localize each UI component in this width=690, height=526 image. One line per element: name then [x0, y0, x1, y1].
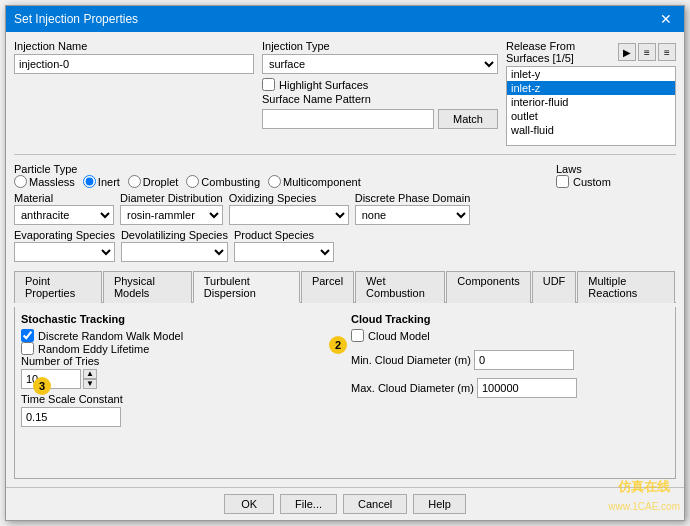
injection-type-select[interactable]: surface single: [262, 54, 498, 74]
num-tries-section: Number of Tries 10 ▲ ▼ 3: [21, 355, 339, 389]
min-diameter-section: Min. Cloud Diameter (m) 0: [351, 348, 669, 370]
num-tries-input[interactable]: 10: [21, 369, 81, 389]
file-button[interactable]: File...: [280, 494, 337, 514]
evaporating-label: Evaporating Species: [14, 229, 115, 241]
num-tries-down-btn[interactable]: ▼: [83, 379, 97, 389]
stochastic-block: Stochastic Tracking Discrete Random Walk…: [21, 313, 339, 427]
cloud-title: Cloud Tracking: [351, 313, 669, 325]
particle-type-inert: Inert: [83, 175, 120, 188]
particle-laws-row: Particle Type Massless Inert Droplet: [14, 163, 676, 188]
product-select[interactable]: [234, 242, 334, 262]
product-block: Product Species: [234, 229, 334, 262]
max-diameter-input[interactable]: 100000: [477, 378, 577, 398]
badge-2: 2: [329, 336, 347, 354]
droplet-label: Droplet: [143, 176, 178, 188]
oxidizing-label: Oxidizing Species: [229, 192, 349, 204]
tab-inner: Stochastic Tracking Discrete Random Walk…: [21, 313, 669, 427]
random-eddy-label: Random Eddy Lifetime: [38, 343, 149, 355]
particle-type-label: Particle Type: [14, 163, 77, 175]
set-injection-properties-dialog: Set Injection Properties ✕ Injection Nam…: [5, 5, 685, 521]
highlight-surfaces-label: Highlight Surfaces: [279, 79, 368, 91]
top-section: Injection Name injection-0 Injection Typ…: [14, 40, 676, 146]
highlight-surfaces-checkbox[interactable]: [262, 78, 275, 91]
diameter-dist-select[interactable]: rosin-rammler: [120, 205, 223, 225]
surface-name-row: Match: [262, 109, 498, 129]
particle-type-combusting: Combusting: [186, 175, 260, 188]
surface-name-pattern-label: Surface Name Pattern: [262, 93, 498, 105]
min-diameter-input[interactable]: 0: [474, 350, 574, 370]
material-label: Material: [14, 192, 114, 204]
injection-type-label: Injection Type: [262, 40, 498, 52]
release-surfaces-listbox[interactable]: inlet-y inlet-z interior-fluid outlet wa…: [506, 66, 676, 146]
tab-bar: Point Properties Physical Models Turbule…: [14, 270, 676, 303]
tab-turbulent-dispersion[interactable]: Turbulent Dispersion: [193, 271, 300, 303]
cloud-model-checkbox[interactable]: [351, 329, 364, 342]
evaporating-select[interactable]: [14, 242, 115, 262]
product-label: Product Species: [234, 229, 334, 241]
time-scale-input[interactable]: 0.15: [21, 407, 121, 427]
custom-laws-label: Custom: [573, 176, 611, 188]
material-row: Material anthracite Diameter Distributio…: [14, 192, 676, 225]
droplet-radio[interactable]: [128, 175, 141, 188]
release-icon-btn-3[interactable]: ≡: [658, 43, 676, 61]
laws-block: Laws Custom: [556, 163, 676, 188]
list-item[interactable]: interior-fluid: [507, 95, 675, 109]
tab-physical-models[interactable]: Physical Models: [103, 271, 192, 303]
tab-udf[interactable]: UDF: [532, 271, 577, 303]
material-select[interactable]: anthracite: [14, 205, 114, 225]
massless-label: Massless: [29, 176, 75, 188]
tab-parcel[interactable]: Parcel: [301, 271, 354, 303]
time-scale-row: 0.15: [21, 407, 339, 427]
release-block: Release From Surfaces [1/5] ▶ ≡ ≡ inlet-…: [506, 40, 676, 146]
oxidizing-select[interactable]: [229, 205, 349, 225]
discrete-phase-select[interactable]: none: [355, 205, 471, 225]
oxidizing-block: Oxidizing Species: [229, 192, 349, 225]
custom-laws-checkbox[interactable]: [556, 175, 569, 188]
tab-multiple-reactions[interactable]: Multiple Reactions: [577, 271, 675, 303]
combusting-label: Combusting: [201, 176, 260, 188]
particle-type-block: Particle Type Massless Inert Droplet: [14, 163, 548, 188]
diameter-dist-block: Diameter Distribution rosin-rammler: [120, 192, 223, 225]
num-tries-up-btn[interactable]: ▲: [83, 369, 97, 379]
list-item[interactable]: inlet-y: [507, 67, 675, 81]
dialog-title: Set Injection Properties: [14, 12, 138, 26]
tab-wet-combustion[interactable]: Wet Combustion: [355, 271, 445, 303]
list-item[interactable]: outlet: [507, 109, 675, 123]
combusting-radio[interactable]: [186, 175, 199, 188]
release-label: Release From Surfaces [1/5]: [506, 40, 616, 64]
particle-type-droplet: Droplet: [128, 175, 178, 188]
random-eddy-checkbox[interactable]: [21, 342, 34, 355]
injection-name-input[interactable]: injection-0: [14, 54, 254, 74]
devolat-select[interactable]: [121, 242, 228, 262]
release-icon-btn-2[interactable]: ≡: [638, 43, 656, 61]
match-button[interactable]: Match: [438, 109, 498, 129]
multicomponent-label: Multicomponent: [283, 176, 361, 188]
injection-name-block: Injection Name injection-0: [14, 40, 254, 146]
release-icon-btn-1[interactable]: ▶: [618, 43, 636, 61]
help-button[interactable]: Help: [413, 494, 466, 514]
ok-button[interactable]: OK: [224, 494, 274, 514]
list-item[interactable]: inlet-z: [507, 81, 675, 95]
random-eddy-row: Random Eddy Lifetime 2: [21, 342, 339, 355]
evap-devolat-row: Evaporating Species Devolatilizing Speci…: [14, 229, 676, 262]
multicomponent-radio[interactable]: [268, 175, 281, 188]
max-diameter-section: Max. Cloud Diameter (m) 100000: [351, 376, 669, 398]
time-scale-section: Time Scale Constant 0.15: [21, 393, 339, 427]
separator-1: [14, 154, 676, 155]
surface-name-input[interactable]: [262, 109, 434, 129]
massless-radio[interactable]: [14, 175, 27, 188]
inert-radio[interactable]: [83, 175, 96, 188]
stochastic-title: Stochastic Tracking: [21, 313, 339, 325]
badge-3: 3: [33, 377, 51, 395]
dialog-body: Injection Name injection-0 Injection Typ…: [6, 32, 684, 487]
tab-point-properties[interactable]: Point Properties: [14, 271, 102, 303]
cloud-block: Cloud Tracking Cloud Model Min. Cloud Di…: [351, 313, 669, 427]
num-tries-label: Number of Tries: [21, 355, 99, 367]
num-tries-spinners: ▲ ▼: [83, 369, 97, 389]
discrete-random-walk-checkbox[interactable]: [21, 329, 34, 342]
cancel-button[interactable]: Cancel: [343, 494, 407, 514]
close-button[interactable]: ✕: [656, 11, 676, 27]
tab-components[interactable]: Components: [446, 271, 530, 303]
time-scale-label: Time Scale Constant: [21, 393, 123, 405]
list-item[interactable]: wall-fluid: [507, 123, 675, 137]
